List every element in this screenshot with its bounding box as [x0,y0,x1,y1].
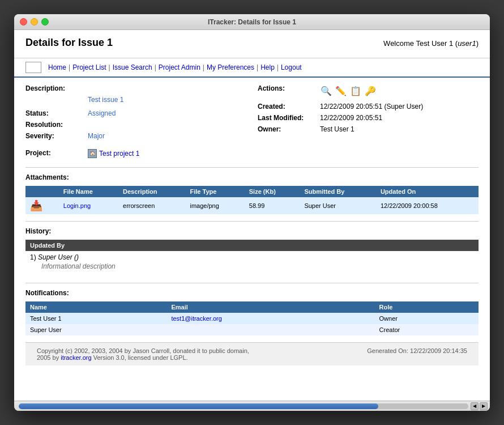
actions-row: Actions: 🔍 ✏️ 📋 🔑 [258,84,479,97]
notifications-section: Notifications: Name Email Role Test User… [25,289,479,335]
notif-email: test1@itracker.org [166,313,374,324]
nav-home[interactable]: Home [48,63,66,71]
issue-details: Description: Test issue 1 Status: Assign… [14,78,490,372]
window-title: ITracker: Details for Issue 1 [208,18,296,26]
col-filename: File Name [59,186,118,197]
attachments-header-row: File Name Description File Type Size (Kb… [25,186,479,197]
last-modified-label: Last Modified: [258,114,320,122]
nav-issue-search[interactable]: Issue Search [113,63,152,71]
nav-project-list[interactable]: Project List [72,63,106,71]
filename-link[interactable]: Login.png [63,202,91,209]
project-value: 🏠 Test project 1 [88,149,139,158]
col-name: Name [25,301,166,313]
progress-bar-fill [19,403,378,409]
attachment-description: errorscreen [118,197,185,214]
col-icon [25,186,59,197]
maximize-button[interactable] [41,18,49,26]
scroll-arrows: ◀ ▶ [471,402,488,410]
attachment-filetype: image/png [185,197,244,214]
attachments-title: Attachments: [25,173,479,181]
page-footer: Copyright (c) 2002, 2003, 2004 by Jason … [25,342,479,366]
history-table: Updated By 1) Super User () Informationa… [25,240,479,276]
page-title: Details for Issue 1 [25,37,113,49]
notif-name: Super User [25,324,166,335]
table-row: Super User Creator [25,324,479,335]
created-row: Created: 12/22/2009 20:05:51 (Super User… [258,103,479,110]
notifications-title: Notifications: [25,289,479,297]
page-header: Details for Issue 1 Welcome Test User 1 … [14,30,490,58]
col-filetype: File Type [185,186,244,197]
action-edit-icon[interactable]: ✏️ [335,84,347,97]
project-label: Project: [25,149,88,158]
actions-label: Actions: [258,84,320,97]
last-modified-value: 12/22/2009 20:05:51 [320,114,382,122]
severity-row: Severity: Major [25,132,246,140]
close-button[interactable] [20,18,27,26]
statusbar: ◀ ▶ [14,401,490,411]
description-value: Test issue 1 [88,96,123,104]
status-row: Status: Assigned [25,109,246,117]
project-link[interactable]: Test project 1 [99,150,139,158]
table-row: 📥 Login.png errorscreen image/png 58.99 … [25,197,479,214]
nav-box [25,62,41,73]
attachment-updated-on: 12/22/2009 20:00:58 [376,197,479,214]
footer-link[interactable]: itracker.org [61,354,91,361]
project-icon: 🏠 [88,149,97,158]
progress-bar [19,403,468,409]
created-label: Created: [258,103,320,110]
notif-name: Test User 1 [25,313,166,324]
history-title: History: [25,227,479,235]
action-view-icon[interactable]: 🔍 [320,84,332,97]
owner-row: Owner: Test User 1 [258,125,479,133]
attachment-filename: Login.png [59,197,118,214]
action-icons: 🔍 ✏️ 📋 🔑 [320,84,377,97]
severity-value: Major [88,132,105,140]
footer-copyright: Copyright (c) 2002, 2003, 2004 by Jason … [37,347,249,361]
col-updated-on: Updated On [376,186,479,197]
titlebar: ITracker: Details for Issue 1 [14,14,490,30]
nav-my-preferences[interactable]: My Preferences [207,63,254,71]
nav-project-admin[interactable]: Project Admin [159,63,200,71]
notif-role: Owner [375,313,479,324]
project-row: Project: 🏠 Test project 1 [25,149,479,158]
history-section: History: Updated By 1) Super User () [25,227,479,276]
last-modified-row: Last Modified: 12/22/2009 20:05:51 [258,114,479,122]
action-assign-icon[interactable]: 📋 [349,84,362,97]
col-role: Role [375,301,479,313]
attachment-submitted-by: Super User [300,197,376,214]
right-column: Actions: 🔍 ✏️ 📋 🔑 Created: 12/22/2009 20… [258,84,479,143]
description-label: Description: [25,84,88,92]
col-email: Email [166,301,374,313]
scroll-right-icon[interactable]: ▶ [480,402,488,410]
welcome-text: Welcome Test User 1 (user1) [383,39,479,48]
notifications-header-row: Name Email Role [25,301,479,313]
table-row: Test User 1 test1@itracker.org Owner [25,313,479,324]
col-submitted-by: Submitted By [300,186,376,197]
history-description: Informational description [30,261,474,274]
history-header-row: Updated By [25,240,479,251]
status-value: Assigned [88,109,116,117]
severity-label: Severity: [25,132,88,140]
left-column: Description: Test issue 1 Status: Assign… [25,84,246,143]
divider-attachments [25,167,479,168]
download-icon[interactable]: 📥 [30,200,42,211]
traffic-lights [20,18,49,26]
attachment-icon-cell: 📥 [25,197,59,214]
attachments-table: File Name Description File Type Size (Kb… [25,186,479,214]
minimize-button[interactable] [31,18,38,26]
scroll-left-icon[interactable]: ◀ [471,402,479,410]
divider-history [25,221,479,222]
nav-bar: Home | Project List | Issue Search | Pro… [14,58,490,78]
action-close-icon[interactable]: 🔑 [364,84,377,97]
nav-help[interactable]: Help [260,63,275,71]
nav-logout[interactable]: Logout [281,63,302,71]
notif-role: Creator [375,324,479,335]
owner-value: Test User 1 [320,125,354,133]
footer-generated: Generated On: 12/22/2009 20:14:35 [367,347,467,354]
attachment-size: 58.99 [245,197,300,214]
email-link[interactable]: test1@itracker.org [171,315,221,322]
resolution-label: Resolution: [25,121,88,129]
history-entry: 1) Super User () Informational descripti… [25,251,479,276]
resolution-row: Resolution: [25,121,246,129]
divider-notifications [25,283,479,283]
